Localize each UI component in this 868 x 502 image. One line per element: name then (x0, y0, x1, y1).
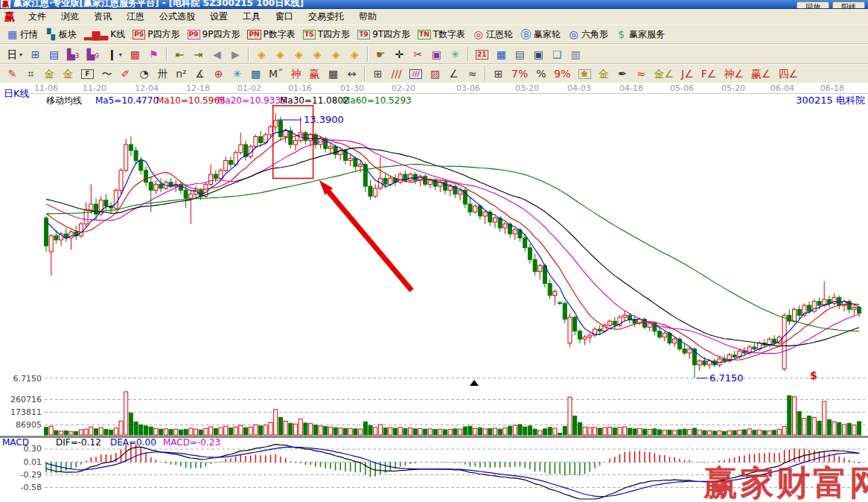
sectors-button[interactable]: ▚板块 (42, 25, 80, 43)
cycle-circle-button[interactable]: ◔ (135, 65, 153, 83)
n2-grid-button[interactable]: n² (173, 65, 190, 83)
calendar-button[interactable]: 21 (473, 45, 491, 63)
scale-tool-button[interactable]: ⊞ (490, 65, 507, 83)
pct-button[interactable]: % (532, 65, 549, 83)
export-button[interactable]: ❏ (549, 45, 566, 63)
prev-bar-button[interactable]: ◀ (208, 45, 226, 63)
four-angle-button[interactable]: 四∠ (776, 65, 802, 83)
pattern-search-button[interactable]: ✳ (447, 45, 464, 63)
next-bar-button[interactable]: ▶ (227, 45, 244, 63)
gold-angle-button[interactable]: 金∠ (651, 65, 677, 83)
diamond-expand-button[interactable]: ◈ (290, 45, 307, 63)
menu-item-设置[interactable]: 设置 (202, 9, 235, 25)
shen-angle-button[interactable]: 神∠ (721, 65, 747, 83)
menu-item-文件[interactable]: 文件 (21, 9, 54, 25)
fan-boxed-button[interactable]: ▨ (427, 65, 444, 83)
menu-item-窗口[interactable]: 窗口 (268, 9, 301, 25)
ying-angle-button[interactable]: 赢∠ (748, 65, 774, 83)
crosshair-button[interactable]: ✛ (391, 45, 408, 63)
first-bar-button[interactable]: ⇤ (171, 45, 188, 63)
menu-item-交易委托[interactable]: 交易委托 (301, 9, 351, 25)
p-number-button[interactable]: PNP数字表 (244, 25, 298, 43)
measure-button[interactable]: ✂ (409, 45, 427, 63)
flag-button[interactable]: ⚑ (145, 45, 162, 63)
diamond-zoom-in-button[interactable]: ◈ (328, 45, 345, 63)
t-number-button[interactable]: TNT数字表 (415, 25, 468, 43)
chart-9-button[interactable]: ▙₉ (83, 45, 101, 63)
winner-service-button[interactable]: $赢家服务 (613, 25, 668, 43)
wave-lines-button[interactable]: ≈ (464, 65, 481, 83)
pattern-button[interactable]: ▩ (127, 45, 144, 63)
save-button[interactable]: ▣ (530, 45, 547, 63)
toolbar-icon: 7% (511, 68, 528, 80)
diamond-compress-button[interactable]: ◈ (309, 45, 326, 63)
price-grid-button[interactable]: ▦ (325, 65, 342, 83)
angle-mirror-button[interactable]: ∡ (191, 65, 208, 83)
period-day-button[interactable]: 日▾ (4, 45, 25, 63)
brush-button[interactable]: ✐ (117, 65, 134, 83)
comb-grid-button[interactable]: 卅 (154, 65, 171, 83)
angle-lines-button[interactable]: ∠ (445, 65, 462, 83)
menu-item-浏览[interactable]: 浏览 (54, 9, 86, 25)
menu-item-公式选股[interactable]: 公式选股 (152, 9, 202, 25)
boxed-web-button[interactable]: ▩ (247, 65, 264, 83)
ying-tool-button[interactable]: 赢 (306, 65, 323, 83)
gold-circle-button[interactable]: 金 (575, 65, 594, 83)
menu-item-资讯[interactable]: 资讯 (86, 9, 119, 25)
pen-divider-button[interactable]: ✒ (614, 65, 631, 83)
drag-hand-button[interactable]: ☛ (372, 45, 389, 63)
notes-button[interactable]: ▤ (511, 45, 529, 63)
wave-channel-button[interactable]: ≈ (633, 65, 650, 83)
toolbar-icon: 金 (599, 68, 610, 80)
gold-line-button[interactable]: 金 (596, 65, 613, 83)
menu-items: 文件浏览资讯江恩公式选股设置工具窗口交易委托帮助 (21, 9, 384, 25)
diamond-zoom-out-button[interactable]: ◈ (346, 45, 363, 63)
m-wave-button[interactable]: M˝ (266, 65, 286, 83)
box-tool-button[interactable]: ⊞ (369, 65, 386, 83)
info-doc-button[interactable]: ▤ (45, 45, 63, 63)
svg-text:05-06: 05-06 (670, 83, 694, 93)
p9-square-button[interactable]: P99P四方形 (185, 25, 243, 43)
kline-chart[interactable]: 11-0611-2012-0412-1801-0201-1601-3002-20… (0, 83, 868, 502)
diamond-scroll-right-button[interactable]: ◈ (272, 45, 289, 63)
candle-style-button[interactable]: ❙▾ (103, 45, 125, 63)
fan-red-button[interactable]: ∕∕∕ (388, 65, 405, 83)
gold-grid-1-button[interactable]: 金 (41, 65, 58, 83)
menu-item-工具[interactable]: 工具 (235, 9, 268, 25)
chart-3-button[interactable]: ▙₃ (64, 45, 82, 63)
toolbar-icon: ◈ (256, 48, 267, 60)
f-angle-button[interactable]: F∠ (698, 65, 720, 83)
t9-square-button[interactable]: T99T四方形 (354, 25, 413, 43)
nine-pct-button[interactable]: 9% (551, 65, 573, 83)
f-grid-button[interactable]: F (78, 65, 97, 83)
titlebar-button-bullish[interactable]: 阳线 (832, 1, 865, 9)
width-arrows-button[interactable]: ↔ (343, 65, 360, 83)
menu-item-江恩[interactable]: 江恩 (119, 9, 152, 25)
winner-wheel-button[interactable]: Ⓑ赢家轮 (517, 25, 564, 43)
fan-purple-button[interactable]: ∕∕∕ (406, 65, 425, 83)
gann-wheel-button[interactable]: ◎江恩轮 (470, 25, 516, 43)
quotes-button[interactable]: ▦行情 (4, 25, 41, 43)
shen-tool-button[interactable]: 神 (287, 65, 304, 83)
j-angle-button[interactable]: J∠ (678, 65, 697, 83)
gold-grid-2-button[interactable]: 金 (60, 65, 77, 83)
hexagon-button[interactable]: ◎六角形 (565, 25, 611, 43)
titlebar-button-replay[interactable]: 回放 (797, 1, 829, 9)
seven-pct-button[interactable]: 7% (508, 65, 531, 83)
kline-button[interactable]: ▂▆▃K线 (81, 25, 128, 43)
gann-grid-button[interactable]: ⌗ (22, 65, 39, 83)
circle-cross-button[interactable]: ⊕ (210, 65, 227, 83)
calculator-button[interactable]: ▦ (493, 45, 510, 63)
print-button[interactable]: ▥ (567, 45, 584, 63)
diamond-scroll-left-button[interactable]: ◈ (253, 45, 270, 63)
pen-button[interactable]: ✎ (4, 65, 21, 83)
gann-web-button[interactable]: ✳ (229, 65, 246, 83)
title-bar: 赢 赢家江恩·专业版[赢家江恩服务平台] - [电科院 SZ300215 100… (0, 0, 868, 9)
p-square-button[interactable]: PSP四方形 (130, 25, 182, 43)
menu-item-帮助[interactable]: 帮助 (351, 9, 384, 25)
label-tool-button[interactable]: ▣ (428, 45, 445, 63)
last-bar-button[interactable]: ⇥ (190, 45, 207, 63)
t-square-button[interactable]: TST四方形 (300, 25, 353, 43)
arc-tool-button[interactable]: 〜 (98, 65, 115, 83)
network-grid-button[interactable]: ⊞ (27, 45, 44, 63)
